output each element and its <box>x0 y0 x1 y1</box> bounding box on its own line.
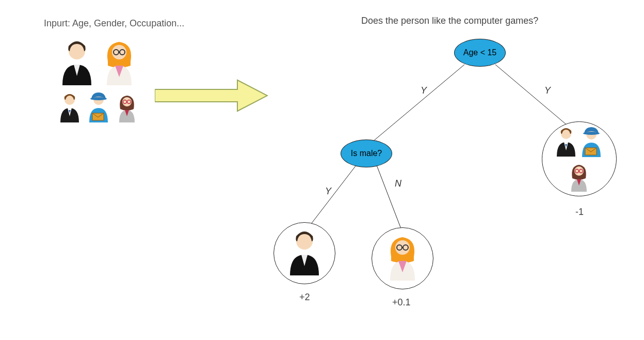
male-blue-hat-envelope-icon <box>86 91 111 125</box>
node-age: Age < 15 <box>454 39 506 67</box>
male-dark-jacket-icon <box>58 39 95 87</box>
male-suit-icon <box>555 127 577 159</box>
male-suit-icon <box>58 92 81 125</box>
node-is-male: Is male? <box>341 140 392 167</box>
leaf-male-score: +2 <box>299 292 310 303</box>
male-dark-jacket-icon <box>286 229 323 277</box>
edge-root-right: Y <box>544 85 551 96</box>
input-people-group <box>46 39 150 125</box>
svg-marker-12 <box>155 80 267 111</box>
edge-root-left: Y <box>421 85 427 96</box>
female-orange-glasses-icon <box>384 234 421 283</box>
node-age-label: Age < 15 <box>463 48 497 57</box>
edge-ismale-right: N <box>395 178 401 189</box>
svg-line-15 <box>304 165 356 233</box>
svg-line-13 <box>369 65 464 145</box>
flow-arrow-icon <box>155 75 268 118</box>
node-is-male-label: Is male? <box>351 149 382 158</box>
leaf-female-score: +0.1 <box>392 297 411 308</box>
svg-point-24 <box>583 132 600 135</box>
leaf-others-score: -1 <box>575 207 584 218</box>
female-brown-glasses-icon <box>545 163 614 192</box>
leaf-female <box>372 227 433 289</box>
question-title: Does the person like the computer games? <box>361 16 538 26</box>
female-orange-glasses-icon <box>101 39 138 87</box>
edge-ismale-left: Y <box>325 186 331 197</box>
svg-point-7 <box>90 97 107 100</box>
leaf-others <box>542 121 617 196</box>
svg-line-16 <box>377 165 403 233</box>
female-brown-glasses-icon <box>116 94 138 125</box>
leaf-male <box>273 222 335 284</box>
male-blue-hat-envelope-icon <box>579 126 604 159</box>
input-label: Inpurt: Age, Gender, Occupation... <box>44 18 184 29</box>
